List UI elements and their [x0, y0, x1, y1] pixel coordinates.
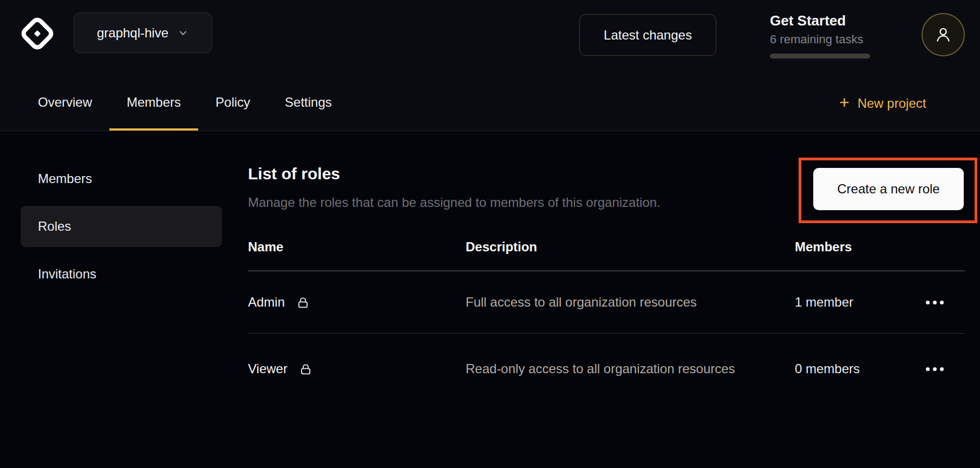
table-row-viewer: Viewer Read-only access to all organizat… — [248, 334, 965, 404]
lock-icon — [298, 362, 313, 376]
column-header-description: Description — [466, 239, 795, 255]
new-project-button[interactable]: + New project — [839, 76, 926, 131]
get-started-remaining-tasks: 6 remaining tasks — [770, 32, 878, 47]
column-header-members: Members — [795, 239, 925, 255]
row-actions-menu-button[interactable] — [925, 364, 945, 374]
plus-icon: + — [839, 94, 850, 111]
new-project-label: New project — [858, 96, 926, 111]
tab-members[interactable]: Members — [109, 76, 198, 131]
user-avatar[interactable] — [922, 13, 965, 56]
roles-table: Name Description Members Admin Full acce… — [248, 239, 965, 404]
tab-settings[interactable]: Settings — [267, 76, 349, 131]
hive-logo-icon[interactable] — [19, 16, 55, 51]
chevron-down-icon — [177, 27, 189, 39]
organization-selector[interactable]: graphql-hive — [74, 12, 212, 53]
sidebar-item-members[interactable]: Members — [21, 158, 222, 199]
sidebar-item-roles[interactable]: Roles — [21, 206, 222, 247]
table-row-admin: Admin Full access to all organization re… — [248, 271, 965, 334]
role-description: Full access to all organization resource… — [466, 291, 736, 314]
column-header-name: Name — [248, 239, 466, 255]
role-member-count: 1 member — [795, 295, 925, 310]
organization-name: graphql-hive — [97, 25, 168, 41]
role-member-count: 0 members — [795, 361, 925, 376]
person-icon — [933, 24, 953, 45]
members-sidebar: Members Roles Invitations — [21, 158, 222, 301]
tab-policy[interactable]: Policy — [198, 76, 267, 131]
sidebar-item-invitations[interactable]: Invitations — [21, 253, 222, 295]
tab-overview[interactable]: Overview — [21, 76, 109, 131]
role-name: Viewer — [248, 361, 288, 376]
get-started-widget[interactable]: Get Started 6 remaining tasks — [770, 12, 878, 58]
get-started-progress-bar — [770, 54, 870, 58]
role-description: Read-only access to all organization res… — [466, 358, 736, 380]
latest-changes-button[interactable]: Latest changes — [579, 14, 716, 56]
top-bar: graphql-hive Latest changes Get Started … — [0, 0, 980, 76]
row-actions-menu-button[interactable] — [925, 297, 945, 308]
role-name: Admin — [248, 295, 285, 310]
org-tab-bar: Overview Members Policy Settings + New p… — [0, 76, 980, 131]
create-new-role-button[interactable]: Create a new role — [813, 168, 964, 210]
get-started-title: Get Started — [770, 12, 878, 29]
lock-icon — [296, 295, 310, 310]
roles-table-header: Name Description Members — [248, 239, 965, 271]
